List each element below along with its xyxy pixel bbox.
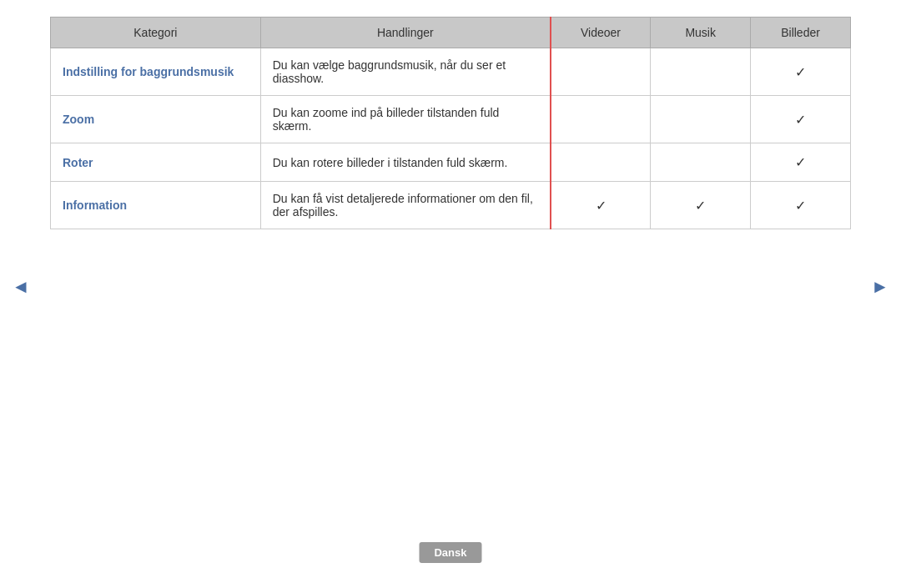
action-cell-1: Du kan zoome ind på billeder tilstanden … — [260, 96, 551, 143]
table-row: RoterDu kan rotere billeder i tilstanden… — [51, 143, 851, 182]
action-cell-3: Du kan få vist detaljerede informationer… — [260, 182, 551, 229]
billeder-cell-1: ✓ — [751, 96, 851, 143]
bottom-bar: Dansk — [419, 542, 481, 563]
category-cell-3: Information — [51, 182, 261, 229]
header-category: Kategori — [51, 18, 261, 48]
header-actions: Handlinger — [260, 18, 551, 48]
category-cell-1: Zoom — [51, 96, 261, 143]
category-cell-2: Roter — [51, 143, 261, 182]
language-button[interactable]: Dansk — [419, 542, 481, 563]
checkmark-billeder-1: ✓ — [795, 113, 806, 127]
action-cell-0: Du kan vælge baggrundsmusik, når du ser … — [260, 48, 551, 96]
features-table: Kategori Handlinger Videoer Musik Billed… — [50, 17, 851, 229]
checkmark-billeder-0: ✓ — [795, 65, 806, 79]
header-videoer: Videoer — [551, 18, 651, 48]
musik-cell-2 — [651, 143, 751, 182]
billeder-cell-2: ✓ — [751, 143, 851, 182]
musik-cell-3: ✓ — [651, 182, 751, 229]
right-arrow-icon: ► — [871, 276, 889, 298]
checkmark-billeder-3: ✓ — [795, 199, 806, 213]
action-cell-2: Du kan rotere billeder i tilstanden fuld… — [260, 143, 551, 182]
table-row: InformationDu kan få vist detaljerede in… — [51, 182, 851, 229]
checkmark-musik-3: ✓ — [695, 199, 706, 213]
musik-cell-1 — [651, 96, 751, 143]
musik-cell-0 — [651, 48, 751, 96]
main-container: Kategori Handlinger Videoer Musik Billed… — [0, 0, 901, 588]
table-header-row: Kategori Handlinger Videoer Musik Billed… — [51, 18, 851, 48]
header-musik: Musik — [651, 18, 751, 48]
checkmark-billeder-2: ✓ — [795, 155, 806, 169]
nav-arrow-right[interactable]: ► — [868, 274, 893, 299]
billeder-cell-0: ✓ — [751, 48, 851, 96]
checkmark-videoer-3: ✓ — [596, 199, 607, 213]
table-row: Indstilling for baggrundsmusikDu kan væl… — [51, 48, 851, 96]
videoer-cell-0 — [551, 48, 651, 96]
billeder-cell-3: ✓ — [751, 182, 851, 229]
table-wrapper: Kategori Handlinger Videoer Musik Billed… — [50, 17, 851, 229]
left-arrow-icon: ◄ — [12, 276, 30, 298]
videoer-cell-2 — [551, 143, 651, 182]
videoer-cell-3: ✓ — [551, 182, 651, 229]
category-cell-0: Indstilling for baggrundsmusik — [51, 48, 261, 96]
nav-arrow-left[interactable]: ◄ — [8, 274, 33, 299]
header-billeder: Billeder — [751, 18, 851, 48]
table-row: ZoomDu kan zoome ind på billeder tilstan… — [51, 96, 851, 143]
videoer-cell-1 — [551, 96, 651, 143]
